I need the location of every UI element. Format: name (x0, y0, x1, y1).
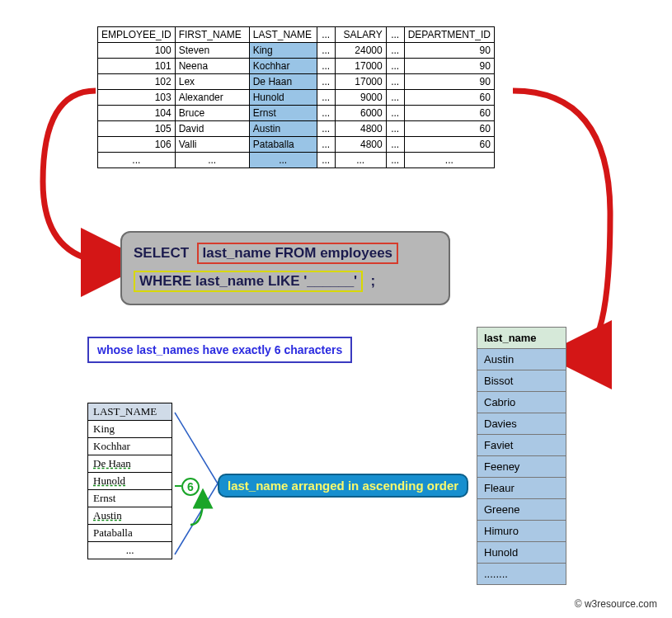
result-row: Greene (477, 499, 566, 521)
query-terminator: ; (371, 273, 376, 289)
list-item: King (88, 421, 172, 438)
query-line-select: SELECT last_name FROM employees (134, 243, 437, 264)
select-clause-highlighted: last_name FROM employees (197, 243, 399, 264)
where-clause-highlighted: WHERE last_name LIKE '______' (134, 271, 363, 292)
list-item: Pataballa (88, 525, 172, 542)
ascending-order-label: last_name arranged in ascending order (218, 474, 468, 498)
copyright: © w3resource.com (575, 598, 657, 610)
six-dash (175, 485, 181, 487)
query-line-where: WHERE last_name LIKE '______' ; (134, 271, 437, 292)
result-row: Feeney (477, 456, 566, 478)
col-gap1: ... (317, 27, 335, 43)
table-row: 101NeenaKochhar...17000...90 (98, 59, 495, 74)
table-row: 102LexDe Haan...17000...90 (98, 74, 495, 90)
sql-query-box: SELECT last_name FROM employees WHERE la… (120, 231, 450, 305)
table-row-ellipsis: ..................... (98, 153, 495, 168)
six-char-count-badge: 6 (181, 478, 200, 496)
table-header-row: EMPLOYEE_ID FIRST_NAME LAST_NAME ... SAL… (98, 27, 495, 43)
list-item-ellipsis: ... (88, 542, 172, 559)
result-row: Himuro (477, 521, 566, 542)
result-table: last_name AustinBissotCabrioDaviesFaviet… (477, 327, 566, 585)
caption-six-chars: whose last_names have exactly 6 characte… (87, 337, 352, 363)
col-salary: SALARY (335, 27, 386, 43)
result-row: Hunold (477, 542, 566, 564)
table-row: 106ValliPataballa...4800...60 (98, 137, 495, 153)
result-row: Davies (477, 413, 566, 435)
col-first-name: FIRST_NAME (175, 27, 249, 43)
result-row: Cabrio (477, 392, 566, 413)
last-name-list: LAST_NAME KingKochharDe HaanHunoldErnstA… (87, 403, 172, 559)
list-item: Austin (88, 507, 172, 525)
col-department-id: DEPARTMENT_ID (404, 27, 494, 43)
col-last-name: LAST_NAME (249, 27, 317, 43)
list-item: Ernst (88, 490, 172, 507)
list-item: Hunold (88, 473, 172, 490)
result-row: Fleaur (477, 478, 566, 499)
table-row: 104BruceErnst...6000...60 (98, 106, 495, 121)
result-row: Bissot (477, 370, 566, 392)
select-keyword: SELECT (134, 245, 189, 261)
table-row: 100StevenKing...24000...90 (98, 43, 495, 59)
result-row: ........ (477, 564, 566, 585)
employees-table: EMPLOYEE_ID FIRST_NAME LAST_NAME ... SAL… (97, 26, 495, 168)
list-item: De Haan (88, 455, 172, 473)
ln-list-header: LAST_NAME (88, 403, 172, 421)
table-row: 105DavidAustin...4800...60 (98, 121, 495, 137)
col-gap2: ... (386, 27, 404, 43)
result-header: last_name (477, 328, 566, 349)
table-row: 103AlexanderHunold...9000...60 (98, 90, 495, 106)
col-employee-id: EMPLOYEE_ID (98, 27, 176, 43)
result-row: Faviet (477, 435, 566, 456)
result-row: Austin (477, 349, 566, 370)
list-item: Kochhar (88, 438, 172, 455)
